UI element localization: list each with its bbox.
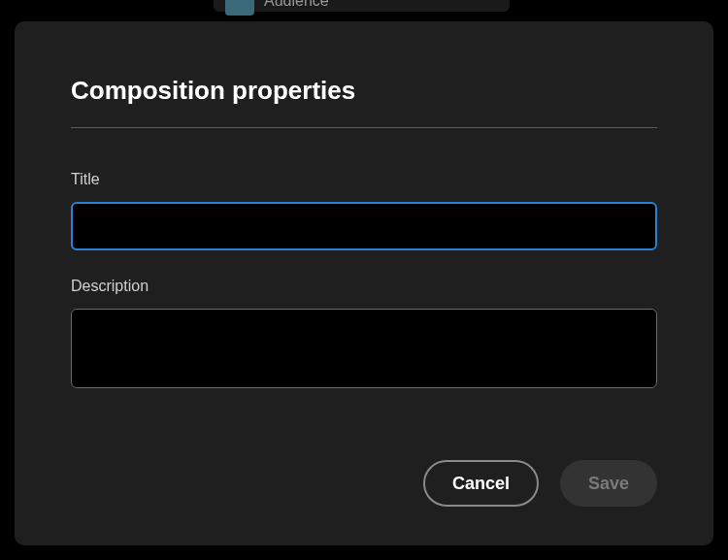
save-button[interactable]: Save [560,460,657,507]
composition-properties-dialog: Composition properties Title Description… [15,21,713,545]
audience-icon [225,0,254,16]
background-audience-chip: Audience [214,0,510,12]
description-input[interactable] [71,309,657,388]
description-label: Description [71,278,657,295]
divider [71,127,657,128]
title-label: Title [71,171,657,188]
title-input[interactable] [71,202,657,250]
dialog-title: Composition properties [71,76,657,106]
audience-chip-label: Audience [264,0,329,10]
button-row: Cancel Save [71,421,657,507]
cancel-button[interactable]: Cancel [423,460,539,507]
